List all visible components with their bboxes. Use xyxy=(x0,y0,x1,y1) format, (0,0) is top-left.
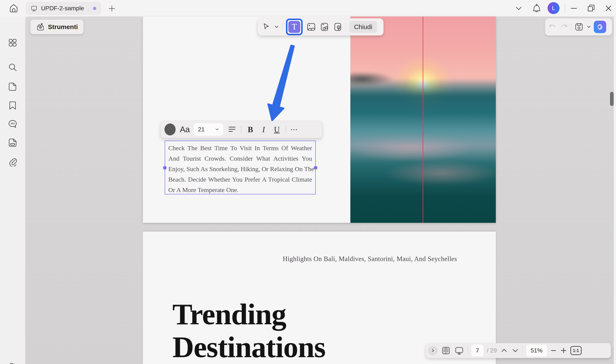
annotation-arrow xyxy=(265,43,300,125)
select-tool-button[interactable] xyxy=(261,22,271,32)
page-total-label: / 29 xyxy=(487,347,497,354)
page-icon xyxy=(8,82,17,92)
underline-button[interactable]: U xyxy=(272,125,281,134)
align-button[interactable] xyxy=(227,125,237,134)
ai-swirl-icon xyxy=(596,23,604,31)
save-options-dropdown[interactable] xyxy=(587,25,591,29)
updf-ai-button[interactable] xyxy=(594,21,606,33)
minimize-icon xyxy=(570,5,577,12)
zoom-out-button[interactable] xyxy=(550,347,557,354)
sidebar-item-search[interactable] xyxy=(8,63,17,72)
new-tab-button[interactable] xyxy=(108,5,116,13)
minimize-button[interactable] xyxy=(570,5,577,12)
more-options-button[interactable]: ⋯ xyxy=(290,125,298,134)
page2-title-line2: Destinations xyxy=(172,331,325,364)
present-screen-icon xyxy=(454,346,464,355)
home-icon xyxy=(9,3,19,13)
form-document-icon xyxy=(8,138,17,148)
image-tool-button[interactable] xyxy=(306,22,316,32)
location-tool-button[interactable] xyxy=(333,22,343,32)
titlebar-divider xyxy=(565,4,565,13)
left-sidebar xyxy=(0,16,25,364)
font-size-select[interactable]: 21 xyxy=(194,123,223,136)
close-icon xyxy=(605,5,612,12)
page-layout-button[interactable] xyxy=(441,346,451,355)
previous-page-button[interactable] xyxy=(500,348,508,353)
next-page-button[interactable] xyxy=(511,348,519,353)
document-tab[interactable]: UPDF-2-sample xyxy=(26,2,101,15)
collapse-statusbar-button[interactable] xyxy=(428,346,438,355)
zoom-level-input[interactable]: 51% xyxy=(526,345,547,357)
text-line: And Tourist Crowds. Consider What Activi… xyxy=(168,153,312,164)
selected-text-box[interactable]: Check The Best Time To Visit In Terms Of… xyxy=(165,141,316,195)
image-icon xyxy=(306,22,316,32)
toolbar-divider xyxy=(286,126,286,133)
chevron-down-icon xyxy=(515,6,523,11)
undo-icon xyxy=(548,22,557,31)
home-button[interactable] xyxy=(9,3,19,13)
sidebar-item-apps[interactable] xyxy=(8,38,17,48)
presentation-button[interactable] xyxy=(454,346,464,355)
resize-handle-left[interactable] xyxy=(163,166,167,169)
bookmark-icon xyxy=(8,101,17,110)
sidebar-item-bookmarks[interactable] xyxy=(8,101,17,110)
chevron-right-icon xyxy=(431,348,435,353)
notifications-button[interactable] xyxy=(532,3,542,13)
font-family-button[interactable]: Aa xyxy=(180,125,190,134)
quick-actions-toolbar xyxy=(545,18,612,36)
maximize-icon xyxy=(587,3,596,13)
plus-icon xyxy=(108,5,116,13)
chevron-down-icon xyxy=(274,25,279,29)
sidebar-divider xyxy=(8,59,17,59)
zoom-level-value: 51% xyxy=(531,347,543,354)
edit-toolbar: T Chiudi xyxy=(258,18,383,36)
unsaved-dot-indicator xyxy=(93,7,96,10)
statusbar-divider xyxy=(522,347,523,355)
sidebar-item-swatches[interactable] xyxy=(8,362,17,364)
document-tab-title: UPDF-2-sample xyxy=(41,5,90,12)
sidebar-item-pages[interactable] xyxy=(8,82,17,92)
align-left-icon xyxy=(227,125,237,134)
zoom-in-button[interactable] xyxy=(560,347,567,354)
scrollbar-thumb[interactable] xyxy=(610,92,614,106)
grid-icon xyxy=(8,38,17,48)
select-tool-dropdown[interactable] xyxy=(274,25,279,29)
chevron-down-icon xyxy=(511,348,519,353)
paperclip-icon xyxy=(8,156,17,166)
actual-size-button[interactable]: 1:1 xyxy=(570,346,582,355)
save-icon xyxy=(574,22,584,32)
page2-title: Trending Destinations xyxy=(172,298,325,364)
toolbar-divider xyxy=(282,23,283,31)
link-tool-button[interactable] xyxy=(319,22,329,32)
minus-icon xyxy=(550,347,557,354)
page-number-input[interactable]: 7 xyxy=(471,345,483,357)
status-bar: 7 / 29 51% 1:1 xyxy=(426,343,611,358)
resize-handle-right[interactable] xyxy=(314,166,317,169)
sidebar-item-attachments[interactable] xyxy=(8,156,17,166)
bold-button[interactable]: B xyxy=(246,125,255,134)
undo-button[interactable] xyxy=(548,22,557,31)
text-line: Enjoy, Such As Snorkeling, Hiking, Or Re… xyxy=(168,164,312,174)
italic-button[interactable]: I xyxy=(259,125,268,134)
page2-title-line1: Trending xyxy=(172,298,325,331)
font-size-value: 21 xyxy=(198,126,205,133)
close-edit-mode-label: Chiudi xyxy=(354,23,372,31)
red-guide-line xyxy=(423,16,423,223)
chevron-down-icon xyxy=(215,128,219,131)
avatar[interactable]: L xyxy=(548,2,560,14)
redo-icon xyxy=(560,22,569,31)
toolbar-divider xyxy=(571,23,572,31)
save-button[interactable] xyxy=(574,22,584,32)
sidebar-item-forms[interactable] xyxy=(8,138,17,148)
tools-button[interactable]: Strumenti xyxy=(30,20,83,34)
palette-icon xyxy=(8,362,17,364)
maximize-button[interactable] xyxy=(587,3,596,13)
redo-button[interactable] xyxy=(560,22,569,31)
actual-size-label: 1:1 xyxy=(573,348,579,353)
font-color-swatch[interactable] xyxy=(164,123,176,135)
close-button[interactable] xyxy=(605,5,612,12)
titlebar-collapse-button[interactable] xyxy=(515,6,523,11)
close-edit-mode-button[interactable]: Chiudi xyxy=(349,21,377,33)
sidebar-item-comments[interactable] xyxy=(8,119,17,129)
text-tool-button-active[interactable]: T xyxy=(286,19,303,35)
